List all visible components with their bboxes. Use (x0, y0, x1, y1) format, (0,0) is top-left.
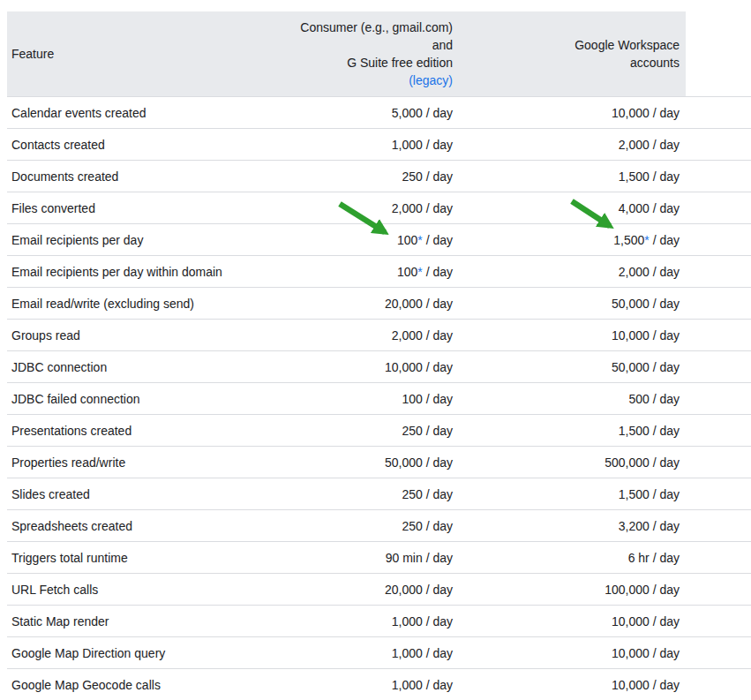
consumer-header-line-1: Consumer (e.g., gmail.com) (272, 19, 453, 36)
consumer-value-cell: 5,000 / day (272, 106, 453, 120)
workspace-header-line-1: Google Workspace (453, 36, 680, 54)
feature-cell: Groups read (7, 328, 272, 342)
workspace-value-cell: 10,000 / day (453, 678, 680, 692)
table-row: Slides created250 / day1,500 / day (7, 478, 751, 509)
consumer-value-cell: 250 / day (272, 424, 453, 438)
legacy-link[interactable]: (legacy) (272, 72, 453, 89)
consumer-value-cell: 1,000 / day (272, 138, 453, 152)
consumer-value-cell: 20,000 / day (272, 297, 453, 311)
workspace-value-cell: 50,000 / day (453, 360, 680, 374)
consumer-header-line-2: and (272, 36, 453, 54)
feature-cell: Calendar events created (7, 106, 272, 120)
footnote-asterisk: * (417, 233, 422, 247)
quotas-page: Feature Consumer (e.g., gmail.com) and G… (0, 0, 751, 700)
table-row: JDBC failed connection100 / day500 / day (7, 382, 751, 414)
feature-cell: Triggers total runtime (7, 551, 272, 565)
workspace-value-cell: 10,000 / day (453, 328, 680, 342)
feature-cell: Email recipients per day within domain (7, 265, 272, 279)
footnote-asterisk: * (644, 233, 649, 247)
consumer-value-cell: 100* / day (272, 265, 453, 279)
workspace-value-cell: 1,500 / day (453, 169, 680, 184)
consumer-value-cell: 2,000 / day (272, 328, 453, 342)
table-row: Static Map render1,000 / day10,000 / day (7, 605, 751, 636)
feature-cell: JDBC failed connection (7, 392, 272, 406)
table-row: Email recipients per day within domain10… (7, 255, 751, 287)
column-header-workspace: Google Workspace accounts (453, 11, 680, 96)
consumer-value-cell: 1,000 / day (272, 678, 453, 692)
feature-cell: Email read/write (excluding send) (7, 297, 272, 311)
feature-cell: Spreadsheets created (7, 519, 272, 533)
table-row: Calendar events created5,000 / day10,000… (7, 96, 751, 128)
feature-cell: URL Fetch calls (7, 583, 272, 597)
consumer-value-cell: 1,000 / day (272, 646, 453, 660)
consumer-value-cell: 100* / day (272, 233, 453, 247)
workspace-value-cell: 10,000 / day (453, 646, 680, 660)
consumer-value-cell: 50,000 / day (272, 455, 453, 470)
workspace-value-cell: 100,000 / day (453, 583, 680, 597)
feature-cell: JDBC connection (7, 360, 272, 374)
consumer-value-cell: 250 / day (272, 519, 453, 533)
feature-cell: Static Map render (7, 614, 272, 628)
workspace-value-cell: 3,200 / day (453, 519, 680, 533)
feature-cell: Contacts created (7, 138, 272, 152)
table-row: Properties read/write50,000 / day500,000… (7, 446, 751, 478)
table-row: Spreadsheets created250 / day3,200 / day (7, 509, 751, 541)
consumer-value-cell: 90 min / day (272, 551, 453, 565)
table-row: Google Map Direction query1,000 / day10,… (7, 636, 751, 668)
workspace-value-cell: 500,000 / day (453, 455, 680, 470)
workspace-value-cell: 10,000 / day (453, 614, 680, 628)
table-header-row: Feature Consumer (e.g., gmail.com) and G… (7, 11, 686, 96)
consumer-value-cell: 2,000 / day (272, 201, 453, 215)
header-spacer (680, 11, 686, 96)
feature-cell: Files converted (7, 201, 272, 215)
table-row: URL Fetch calls20,000 / day100,000 / day (7, 573, 751, 605)
workspace-value-cell: 2,000 / day (453, 265, 680, 279)
workspace-value-cell: 1,500 / day (453, 487, 680, 501)
footnote-asterisk: * (417, 265, 422, 279)
consumer-value-cell: 250 / day (272, 487, 453, 501)
workspace-value-cell: 1,500 / day (453, 424, 680, 438)
feature-cell: Slides created (7, 487, 272, 501)
workspace-value-cell: 6 hr / day (453, 551, 680, 565)
table-row: Triggers total runtime90 min / day6 hr /… (7, 541, 751, 573)
consumer-value-cell: 1,000 / day (272, 614, 453, 628)
table-row: Files converted2,000 / day4,000 / day (7, 192, 751, 223)
consumer-value-cell: 100 / day (272, 392, 453, 406)
feature-cell: Documents created (7, 169, 272, 184)
consumer-value-cell: 250 / day (272, 169, 453, 184)
consumer-value-cell: 20,000 / day (272, 583, 453, 597)
quotas-table: Feature Consumer (e.g., gmail.com) and G… (7, 11, 751, 700)
table-row: JDBC connection10,000 / day50,000 / day (7, 350, 751, 382)
table-body: Calendar events created5,000 / day10,000… (7, 96, 751, 700)
workspace-value-cell: 2,000 / day (453, 138, 680, 152)
workspace-value-cell: 10,000 / day (453, 106, 680, 120)
table-row: Contacts created1,000 / day2,000 / day (7, 128, 751, 160)
feature-cell: Email recipients per day (7, 233, 272, 247)
feature-cell: Properties read/write (7, 455, 272, 470)
workspace-value-cell: 1,500* / day (453, 233, 680, 247)
table-row: Documents created250 / day1,500 / day (7, 160, 751, 192)
workspace-value-cell: 50,000 / day (453, 297, 680, 311)
table-row: Groups read2,000 / day10,000 / day (7, 319, 751, 350)
consumer-header-line-3: G Suite free edition (272, 54, 453, 72)
table-row: Presentations created250 / day1,500 / da… (7, 414, 751, 446)
feature-cell: Presentations created (7, 424, 272, 438)
feature-cell: Google Map Direction query (7, 646, 272, 660)
workspace-value-cell: 500 / day (453, 392, 680, 406)
table-row: Email read/write (excluding send)20,000 … (7, 287, 751, 319)
workspace-header-line-2: accounts (453, 54, 680, 72)
column-header-consumer: Consumer (e.g., gmail.com) and G Suite f… (272, 11, 453, 96)
column-header-feature: Feature (7, 11, 272, 96)
consumer-value-cell: 10,000 / day (272, 360, 453, 374)
feature-cell: Google Map Geocode calls (7, 678, 272, 692)
table-row: Email recipients per day100* / day1,500*… (7, 223, 751, 255)
workspace-value-cell: 4,000 / day (453, 201, 680, 215)
table-row: Google Map Geocode calls1,000 / day10,00… (7, 668, 751, 700)
